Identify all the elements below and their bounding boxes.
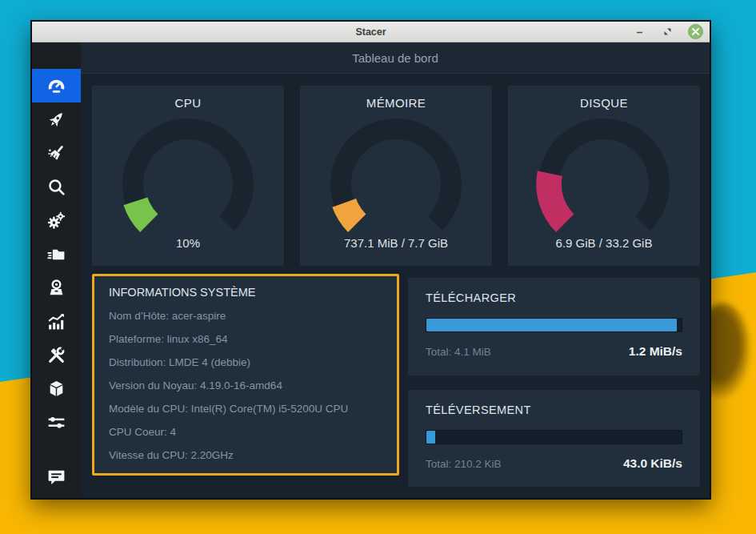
download-panel: TÉLÉCHARGER Total: 4.1 MiB 1.2 MiB/s: [408, 278, 700, 375]
page-header: Tableau de bord: [81, 42, 710, 74]
upload-total: Total: 210.2 KiB: [426, 458, 502, 470]
gear-icon: [46, 211, 66, 231]
stacer-window: Stacer –: [30, 20, 711, 500]
disk-gauge: [526, 111, 682, 238]
minimize-button[interactable]: –: [632, 24, 647, 39]
search-icon: [46, 177, 66, 197]
memory-gauge: [318, 111, 474, 238]
upload-speed: 43.0 KiB/s: [623, 456, 682, 471]
sidebar-item-search[interactable]: [32, 170, 81, 203]
cpu-card: CPU 10%: [92, 86, 284, 266]
uninstaller-icon: [46, 278, 66, 298]
restore-button[interactable]: [660, 24, 675, 39]
info-distribution: Distribution: LMDE 4 (debbie): [109, 351, 382, 374]
window-title: Stacer: [355, 26, 386, 38]
sidebar-item-settings[interactable]: [32, 405, 81, 439]
settings-sliders-icon: [46, 412, 66, 432]
memory-value: 737.1 MiB / 7.7 GiB: [344, 236, 448, 250]
disk-card-title: DISQUE: [580, 96, 628, 110]
feedback-chat-icon: [46, 467, 66, 487]
memory-card-title: MÉMOIRE: [366, 96, 426, 110]
sidebar-item-resources[interactable]: [32, 304, 81, 338]
info-hostname: Nom d’Hôte: acer-aspire: [109, 304, 382, 327]
upload-panel: TÉLÉVERSEMENT Total: 210.2 KiB 43.0 KiB/…: [408, 390, 700, 487]
sidebar-item-feedback[interactable]: [32, 460, 81, 493]
close-icon: [692, 28, 699, 35]
sidebar-item-uninstaller[interactable]: [32, 271, 81, 304]
resources-chart-icon: [46, 311, 66, 331]
cpu-value: 10%: [176, 236, 200, 250]
dashboard-icon: [46, 76, 66, 96]
info-platform: Plateforme: linux x86_64: [109, 327, 382, 351]
disk-value: 6.9 GiB / 33.2 GiB: [556, 236, 653, 250]
sidebar-item-system-cleaner[interactable]: [32, 136, 81, 170]
main-content: Tableau de bord CPU 10% MÉMOIRE 737.1 Mi…: [81, 42, 710, 498]
disk-card: DISQUE 6.9 GiB / 33.2 GiB: [508, 86, 700, 266]
sidebar-item-dashboard[interactable]: [32, 69, 81, 102]
info-kernel: Version du Noyau: 4.19.0-16-amd64: [109, 374, 382, 397]
sidebar: [32, 42, 81, 498]
sidebar-item-helpers[interactable]: [32, 338, 81, 371]
info-cpu-speed: Vitesse du CPU: 2.20GHz: [109, 444, 382, 467]
system-info-panel: INFORMATIONS SYSTÈME Nom d’Hôte: acer-as…: [92, 274, 399, 476]
window-titlebar[interactable]: Stacer –: [32, 22, 710, 42]
info-cpu-model: Modèle du CPU: Intel(R) Core(TM) i5-5200…: [109, 397, 382, 420]
upload-title: TÉLÉVERSEMENT: [426, 404, 682, 416]
download-speed: 1.2 MiB/s: [629, 344, 682, 359]
close-button[interactable]: [688, 24, 703, 39]
broom-icon: [46, 143, 66, 163]
cpu-card-title: CPU: [175, 96, 202, 110]
memory-card: MÉMOIRE 737.1 MiB / 7.7 GiB: [300, 86, 492, 266]
info-cpu-cores: CPU Coeur: 4: [109, 420, 382, 444]
tools-icon: [46, 345, 66, 365]
rocket-icon: [46, 110, 66, 130]
sidebar-item-processes[interactable]: [32, 237, 81, 271]
package-box-icon: [46, 379, 66, 399]
restore-icon: [663, 27, 672, 36]
sidebar-item-startup-apps[interactable]: [32, 102, 81, 136]
download-title: TÉLÉCHARGER: [426, 291, 682, 304]
sidebar-item-services[interactable]: [32, 203, 81, 237]
page-title: Tableau de bord: [352, 51, 438, 65]
upload-progressbar: [426, 430, 682, 444]
processes-folder-icon: [46, 244, 66, 264]
upload-progress-fill: [426, 431, 435, 444]
system-info-title: INFORMATIONS SYSTÈME: [109, 286, 382, 299]
download-progressbar: [426, 318, 682, 332]
cpu-gauge: [110, 111, 266, 238]
download-progress-fill: [426, 319, 677, 331]
sidebar-item-extensions[interactable]: [32, 371, 81, 405]
download-total: Total: 4.1 MiB: [426, 346, 491, 358]
